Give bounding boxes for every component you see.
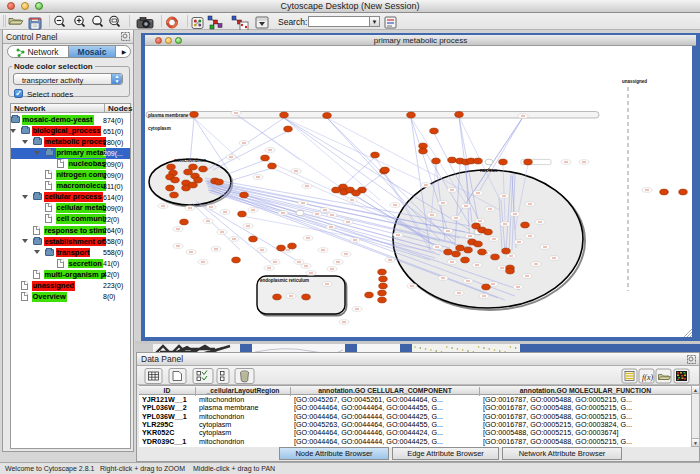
- svg-text:unassigned: unassigned: [622, 79, 647, 84]
- svg-text:mitochondrion: mitochondrion: [174, 158, 206, 163]
- svg-text:plasma membrane: plasma membrane: [148, 113, 189, 118]
- svg-text:endoplasmic reticulum: endoplasmic reticulum: [260, 278, 309, 283]
- svg-text:cytoplasm: cytoplasm: [148, 126, 171, 131]
- svg-text:f(x): f(x): [642, 373, 653, 382]
- svg-text:nucleus: nucleus: [480, 168, 498, 173]
